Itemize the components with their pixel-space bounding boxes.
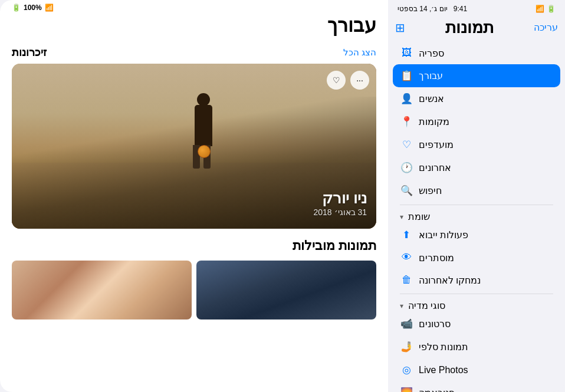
sidebar-label-for-you: עבורך: [419, 70, 443, 81]
sidebar-item-import[interactable]: פעולות ייבוא ⬆: [393, 223, 560, 246]
sidebar-item-recent[interactable]: אחרונים 🕐: [393, 156, 560, 179]
sidebar-time: 9:41 יום ג׳, 14 בספטי: [398, 5, 467, 13]
media-section-header: סוגי מדיה ▾: [393, 297, 560, 312]
sidebar-label-deleted: נמחקו לאחרונה: [419, 275, 481, 286]
page-title: עבורך: [12, 14, 376, 37]
battery-icon: 🔋: [12, 4, 21, 12]
sidebar-item-live-photos[interactable]: Live Photos ◎: [393, 358, 560, 381]
memory-card[interactable]: ♡ ··· ניו יורק 31 באוגי׳ 2018: [12, 64, 376, 229]
chevron-icon-media: ▾: [400, 302, 403, 310]
sidebar-icon-people: 👤: [400, 93, 413, 105]
sidebar-icon-hidden: 👁: [400, 252, 413, 263]
memories-section-header: הצג הכל זיכרונות: [0, 41, 388, 64]
sidebar-label-search: חיפוש: [419, 185, 442, 196]
card-date: 31 באוגי׳ 2018: [313, 207, 367, 217]
edit-button[interactable]: עריכה: [534, 22, 558, 33]
sidebar-item-hidden[interactable]: מוסתרים 👁: [393, 246, 560, 269]
divider-1: [400, 205, 553, 205]
person-head: [197, 93, 210, 106]
sidebar-icon-videos: 📹: [400, 318, 413, 330]
sidebar-icon-recent: 🕐: [400, 162, 413, 174]
chevron-icon: ▾: [400, 213, 403, 221]
memories-section-title: זיכרונות: [12, 46, 47, 59]
person-figure: [180, 93, 227, 170]
mobile-section-title: תמונות מובילות: [12, 238, 376, 253]
card-text: ניו יורק 31 באוגי׳ 2018: [313, 189, 367, 217]
sidebar-label-import: פעולות ייבוא: [419, 229, 468, 241]
media-section-title: סוגי מדיה: [408, 300, 445, 311]
sidebar-label-videos: סרטונים: [419, 318, 451, 330]
sidebar-label-live-photos: Live Photos: [419, 365, 468, 375]
sidebar-item-panorama[interactable]: פנוראמה 🌄: [393, 381, 560, 392]
utility-section-header: שומת ▾: [393, 207, 560, 223]
sidebar-label-favorites: מועדפים: [419, 139, 454, 150]
divider-2: [400, 294, 553, 294]
sidebar-item-people[interactable]: אנשים 👤: [393, 87, 560, 110]
wifi-icon: 📶: [45, 4, 54, 12]
thumbnail-person[interactable]: [12, 261, 192, 319]
sidebar-label-recent: אחרונים: [419, 162, 451, 173]
sidebar-item-for-you[interactable]: עבורך 📋: [393, 64, 560, 87]
sidebar-item-library[interactable]: ספריה 🖼: [393, 42, 560, 64]
sidebar-icon-panorama: 🌄: [400, 387, 413, 392]
more-button[interactable]: ···: [350, 71, 369, 90]
sidebar-item-videos[interactable]: סרטונים 📹: [393, 312, 560, 335]
sidebar-icon-import: ⬆: [400, 229, 413, 241]
sidebar-item-search[interactable]: חיפוש 🔍: [393, 179, 560, 202]
mobile-photos-section: תמונות מובילות: [0, 229, 388, 324]
sidebar-header: עריכה תמונות ⊞: [388, 15, 565, 42]
sidebar-status-icons: 🔋 📶: [536, 5, 556, 13]
layout-toggle-button[interactable]: ⊞: [395, 21, 405, 35]
show-all-link[interactable]: הצג הכל: [343, 47, 376, 58]
status-bar: 🔋 100% 📶: [0, 0, 388, 14]
sidebar-title: תמונות: [445, 18, 494, 37]
thumbnails-row: [12, 261, 376, 319]
sidebar-label-library: ספריה: [419, 48, 444, 59]
sidebar-item-places[interactable]: מקומות 📍: [393, 110, 560, 133]
thumbnail-storm[interactable]: [196, 261, 376, 319]
sidebar-label-places: מקומות: [419, 116, 449, 127]
sidebar-icon-deleted: 🗑: [400, 274, 413, 286]
main-panel: 🔋 100% 📶 עבורך הצג הכל זיכרונות: [0, 0, 388, 392]
sidebar-label-panorama: פנוראמה: [419, 387, 455, 392]
card-location: ניו יורק: [313, 189, 367, 207]
sidebar-battery-icon: 🔋: [547, 5, 556, 13]
favorite-button[interactable]: ♡: [327, 71, 346, 90]
basketball: [198, 145, 211, 158]
sidebar-label-selfie: תמונות סלפי: [419, 341, 468, 353]
main-header: עבורך: [0, 14, 388, 41]
sidebar-list: ספריה 🖼 עבורך 📋 אנשים 👤 מקומות 📍 מועדפים…: [388, 42, 565, 392]
sidebar-icon-live-photos: ◎: [400, 364, 413, 376]
status-bar-left: 🔋 100% 📶: [12, 4, 54, 12]
sidebar-status-bar: 🔋 📶 9:41 יום ג׳, 14 בספטי: [388, 0, 565, 15]
sidebar-label-people: אנשים: [419, 93, 444, 104]
card-actions: ♡ ···: [327, 71, 369, 90]
sidebar-icon-favorites: ♡: [400, 139, 413, 151]
sidebar-icon-library: 🖼: [400, 47, 413, 59]
person-body: [195, 105, 212, 146]
sidebar: 🔋 📶 9:41 יום ג׳, 14 בספטי עריכה תמונות ⊞…: [388, 0, 565, 392]
battery-percent: 100%: [24, 4, 42, 12]
sidebar-label-hidden: מוסתרים: [419, 252, 454, 263]
sidebar-icon-places: 📍: [400, 116, 413, 128]
sidebar-item-favorites[interactable]: מועדפים ♡: [393, 133, 560, 156]
sidebar-icon-search: 🔍: [400, 185, 413, 197]
sidebar-icon-for-you: 📋: [400, 70, 413, 82]
sidebar-wifi-icon: 📶: [536, 5, 544, 13]
utility-section-title: שומת: [408, 211, 430, 222]
sidebar-item-selfie[interactable]: תמונות סלפי 🤳: [393, 335, 560, 358]
sidebar-icon-selfie: 🤳: [400, 341, 413, 353]
sidebar-item-deleted[interactable]: נמחקו לאחרונה 🗑: [393, 269, 560, 291]
